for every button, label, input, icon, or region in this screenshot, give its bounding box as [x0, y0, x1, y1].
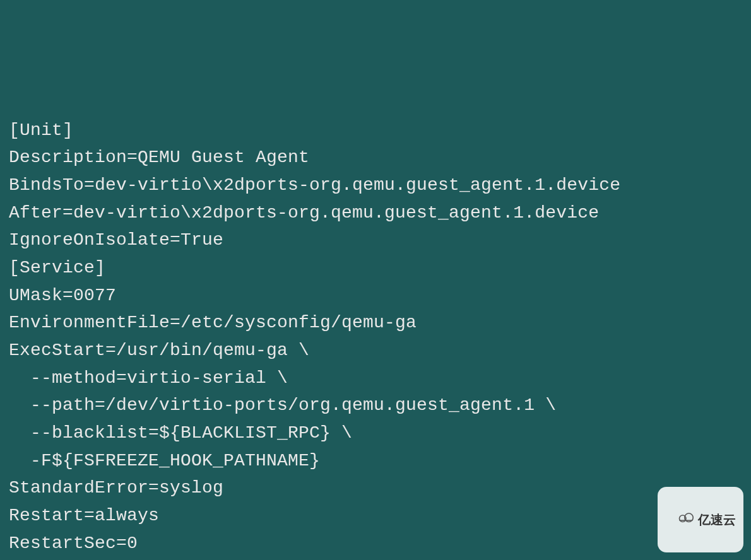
config-line: EnvironmentFile=/etc/sysconfig/qemu-ga [9, 309, 742, 337]
config-line: Restart=always [9, 502, 742, 530]
config-line: --method=virtio-serial \ [9, 365, 742, 392]
config-line: --blacklist=${BLACKLIST_RPC} \ [9, 419, 742, 447]
config-line: Description=QEMU Guest Agent [9, 144, 742, 172]
config-line: -F${FSFREEZE_HOOK_PATHNAME} [9, 447, 742, 475]
systemd-config-content: [Unit]Description=QEMU Guest AgentBindsT… [9, 117, 742, 560]
config-line: [Service] [9, 254, 742, 282]
cloud-icon [663, 490, 695, 549]
config-line: After=dev-virtio\x2dports-org.qemu.guest… [9, 199, 742, 227]
config-line: --path=/dev/virtio-ports/org.qemu.guest_… [9, 392, 742, 419]
config-line: StandardError=syslog [9, 474, 742, 502]
config-line: [Unit] [9, 117, 742, 144]
config-line: RestartSec=0 [9, 530, 742, 557]
config-line: UMask=0077 [9, 282, 742, 310]
watermark-text: 亿速云 [698, 510, 736, 530]
config-line: ExecStart=/usr/bin/qemu-ga \ [9, 337, 742, 365]
config-line: IgnoreOnIsolate=True [9, 226, 742, 254]
watermark-badge: 亿速云 [658, 487, 743, 552]
config-line: BindsTo=dev-virtio\x2dports-org.qemu.gue… [9, 172, 742, 199]
config-line: [Install] [9, 557, 742, 560]
